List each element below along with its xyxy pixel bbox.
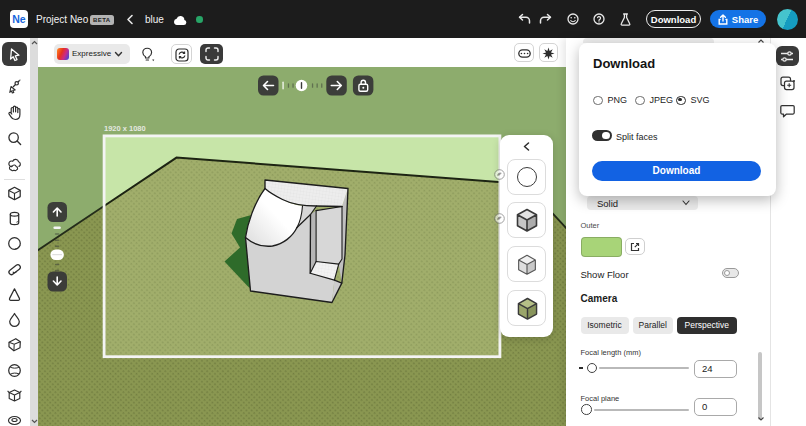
svg-text:1920 x 1080: 1920 x 1080: [104, 124, 146, 133]
